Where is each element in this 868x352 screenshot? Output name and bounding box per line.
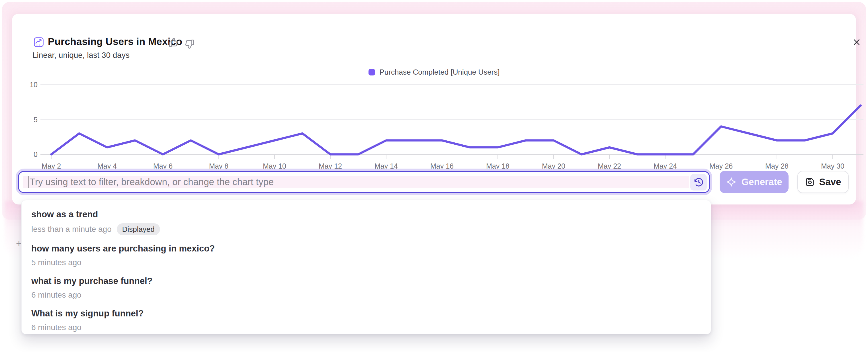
history-dropdown: show as a trend less than a minute ago D… — [21, 200, 711, 334]
generate-button[interactable]: Generate — [720, 171, 788, 193]
generate-label: Generate — [741, 177, 782, 187]
save-disk-icon — [805, 177, 815, 187]
page-title: Purchasing Users in Mexico — [48, 36, 182, 47]
history-query: what is my purchase funnel? — [31, 276, 701, 287]
history-timestamp: 6 minutes ago — [31, 290, 82, 300]
svg-text:May 20: May 20 — [542, 162, 565, 170]
insights-chart-icon — [34, 37, 44, 47]
svg-text:May 10: May 10 — [263, 162, 286, 170]
svg-text:May 4: May 4 — [97, 162, 117, 170]
svg-text:May 14: May 14 — [374, 162, 398, 170]
svg-text:0: 0 — [34, 150, 38, 158]
history-item[interactable]: how many users are purchasing in mexico?… — [31, 243, 701, 268]
svg-text:5: 5 — [34, 116, 38, 124]
history-item[interactable]: show as a trend less than a minute ago D… — [31, 209, 701, 235]
history-query: how many users are purchasing in mexico? — [31, 243, 701, 254]
svg-text:May 12: May 12 — [319, 162, 342, 170]
sparkle-icon — [726, 177, 737, 187]
status-badge: Displayed — [117, 223, 160, 235]
history-timestamp: less than a minute ago — [31, 224, 112, 234]
ai-prompt-input[interactable]: Try using text to filter, breakdown, or … — [18, 171, 710, 193]
history-item[interactable]: What is my signup funnel? 6 minutes ago — [31, 308, 701, 333]
svg-text:May 28: May 28 — [765, 162, 788, 170]
thumb-down-icon[interactable] — [185, 39, 195, 49]
save-button[interactable]: Save — [797, 171, 849, 193]
close-icon[interactable] — [850, 36, 863, 49]
svg-text:May 2: May 2 — [41, 162, 61, 170]
history-item[interactable]: what is my purchase funnel? 6 minutes ag… — [31, 276, 701, 300]
history-timestamp: 5 minutes ago — [31, 257, 82, 268]
svg-text:May 8: May 8 — [209, 162, 228, 170]
thumb-up-icon[interactable] — [168, 38, 179, 48]
history-button[interactable] — [690, 174, 707, 191]
history-clock-icon — [693, 177, 704, 188]
svg-text:May 26: May 26 — [709, 162, 733, 170]
text-caret — [28, 176, 29, 188]
history-query: show as a trend — [31, 209, 701, 220]
svg-text:10: 10 — [30, 81, 38, 89]
history-timestamp: 6 minutes ago — [31, 322, 82, 333]
svg-text:May 22: May 22 — [598, 162, 621, 170]
plus-icon: + — [16, 237, 22, 250]
svg-text:May 18: May 18 — [486, 162, 509, 170]
save-label: Save — [819, 177, 841, 187]
svg-text:May 6: May 6 — [153, 162, 173, 170]
chart-subtitle: Linear, unique, last 30 days — [32, 51, 130, 60]
prompt-placeholder: Try using text to filter, breakdown, or … — [30, 177, 274, 187]
svg-text:May 16: May 16 — [430, 162, 454, 170]
line-chart: 0510May 2May 4May 6May 8May 10May 12May … — [29, 68, 866, 176]
svg-text:May 24: May 24 — [654, 162, 677, 170]
svg-text:May 30: May 30 — [821, 162, 844, 170]
history-query: What is my signup funnel? — [31, 308, 701, 319]
